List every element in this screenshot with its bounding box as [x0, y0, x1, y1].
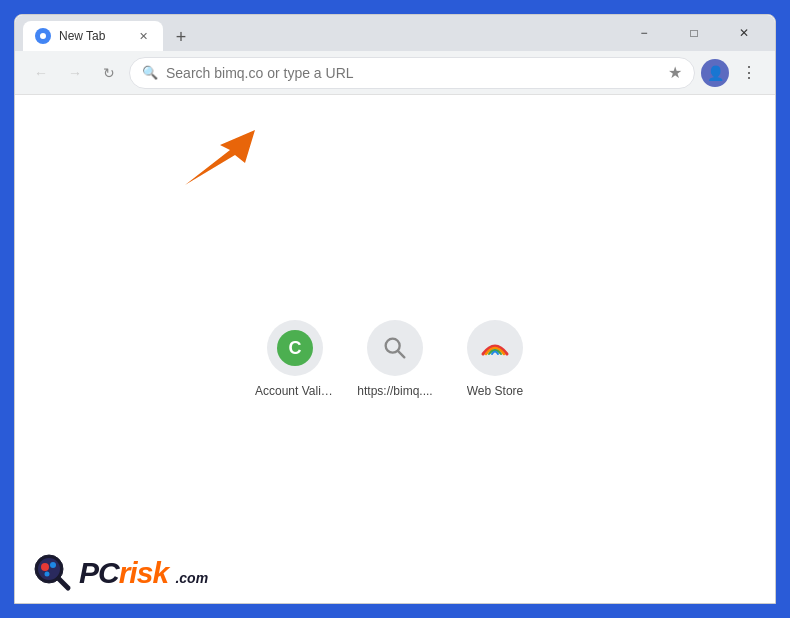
webstore-rainbow-icon — [479, 332, 511, 364]
watermark: PCrisk .com — [31, 551, 208, 595]
shortcut-icon-webstore — [467, 320, 523, 376]
address-input[interactable] — [166, 65, 660, 81]
tab-close-button[interactable]: ✕ — [135, 28, 151, 44]
minimize-button[interactable]: − — [621, 19, 667, 47]
browser-window: New Tab ✕ + − □ ✕ ← → ↻ 🔍 ★ 👤 ⋮ — [14, 14, 776, 604]
new-tab-button[interactable]: + — [167, 23, 195, 51]
shortcuts-area: C Account Valid... https://bimq.... — [255, 312, 535, 406]
back-button[interactable]: ← — [27, 59, 55, 87]
window-controls: − □ ✕ — [621, 19, 767, 47]
svg-point-5 — [41, 563, 49, 571]
pcrisk-logo-icon — [31, 551, 75, 595]
svg-line-8 — [59, 579, 68, 588]
bimq-search-icon — [381, 334, 409, 362]
svg-point-7 — [45, 572, 50, 577]
pcrisk-text-container: PCrisk .com — [79, 556, 208, 590]
account-letter: C — [277, 330, 313, 366]
active-tab[interactable]: New Tab ✕ — [23, 21, 163, 51]
svg-point-6 — [50, 562, 56, 568]
arrow-svg — [175, 125, 265, 205]
search-icon: 🔍 — [142, 65, 158, 80]
tab-favicon-inner — [38, 31, 48, 41]
shortcut-label-account-valid: Account Valid... — [255, 384, 335, 398]
tab-favicon — [35, 28, 51, 44]
reload-button[interactable]: ↻ — [95, 59, 123, 87]
pcrisk-dotcom-text: .com — [175, 570, 208, 586]
shortcut-icon-account-valid: C — [267, 320, 323, 376]
bookmark-icon[interactable]: ★ — [668, 63, 682, 82]
arrow-annotation — [175, 125, 265, 209]
close-button[interactable]: ✕ — [721, 19, 767, 47]
shortcut-webstore[interactable]: Web Store — [455, 312, 535, 406]
svg-point-4 — [38, 558, 60, 580]
forward-button[interactable]: → — [61, 59, 89, 87]
maximize-button[interactable]: □ — [671, 19, 717, 47]
svg-line-2 — [398, 351, 404, 357]
pcrisk-pc-text: PCrisk — [79, 556, 175, 589]
tab-title: New Tab — [59, 29, 127, 43]
toolbar: ← → ↻ 🔍 ★ 👤 ⋮ — [15, 51, 775, 95]
address-bar[interactable]: 🔍 ★ — [129, 57, 695, 89]
shortcut-label-bimq: https://bimq.... — [357, 384, 432, 398]
newtab-content: C Account Valid... https://bimq.... — [15, 95, 775, 603]
svg-marker-0 — [185, 130, 255, 185]
menu-button[interactable]: ⋮ — [735, 59, 763, 87]
shortcut-icon-bimq — [367, 320, 423, 376]
shortcut-account-valid[interactable]: C Account Valid... — [255, 312, 335, 406]
shortcut-bimq[interactable]: https://bimq.... — [355, 312, 435, 406]
shortcut-label-webstore: Web Store — [467, 384, 523, 398]
title-bar: New Tab ✕ + − □ ✕ — [15, 15, 775, 51]
profile-button[interactable]: 👤 — [701, 59, 729, 87]
tab-area: New Tab ✕ + — [23, 15, 617, 51]
